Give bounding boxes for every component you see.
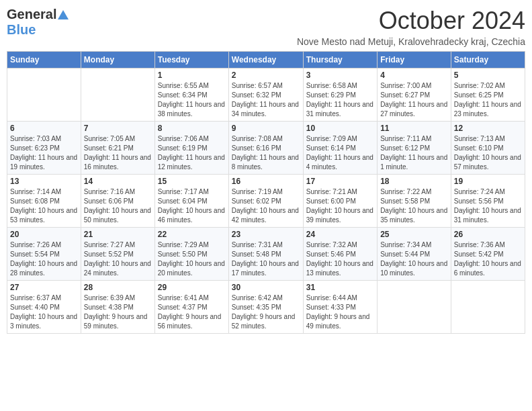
day-info: Sunrise: 6:44 AMSunset: 4:33 PMDaylight:…	[306, 293, 374, 331]
calendar-cell: 7Sunrise: 7:05 AMSunset: 6:21 PMDaylight…	[81, 122, 154, 175]
calendar-header: SundayMondayTuesdayWednesdayThursdayFrid…	[7, 52, 525, 68]
day-info: Sunrise: 6:41 AMSunset: 4:37 PMDaylight:…	[158, 293, 226, 331]
calendar-cell: 26Sunrise: 7:36 AMSunset: 5:42 PMDayligh…	[451, 228, 525, 281]
day-number: 6	[10, 124, 78, 133]
calendar-cell: 30Sunrise: 6:42 AMSunset: 4:35 PMDayligh…	[228, 281, 303, 334]
calendar-cell	[7, 68, 81, 122]
day-info: Sunrise: 7:08 AMSunset: 6:16 PMDaylight:…	[232, 134, 300, 172]
day-number: 29	[158, 283, 226, 292]
calendar-cell: 1Sunrise: 6:55 AMSunset: 6:34 PMDaylight…	[154, 68, 228, 122]
day-of-week-header: Wednesday	[228, 52, 303, 68]
calendar-cell: 14Sunrise: 7:16 AMSunset: 6:06 PMDayligh…	[81, 175, 154, 228]
day-info: Sunrise: 6:42 AMSunset: 4:35 PMDaylight:…	[232, 293, 300, 331]
calendar-week-row: 1Sunrise: 6:55 AMSunset: 6:34 PMDaylight…	[7, 68, 525, 122]
day-info: Sunrise: 7:31 AMSunset: 5:48 PMDaylight:…	[232, 240, 300, 278]
page-header: General Blue October 2024 Nove Mesto nad…	[7, 7, 525, 47]
day-number: 13	[10, 177, 78, 186]
day-info: Sunrise: 7:17 AMSunset: 6:04 PMDaylight:…	[158, 187, 226, 225]
day-number: 1	[158, 71, 226, 80]
day-info: Sunrise: 7:14 AMSunset: 6:08 PMDaylight:…	[10, 187, 78, 225]
day-info: Sunrise: 7:00 AMSunset: 6:27 PMDaylight:…	[380, 81, 448, 119]
month-title: October 2024	[297, 7, 525, 35]
day-info: Sunrise: 7:03 AMSunset: 6:23 PMDaylight:…	[10, 134, 78, 172]
calendar-cell: 25Sunrise: 7:34 AMSunset: 5:44 PMDayligh…	[378, 228, 451, 281]
calendar-table: SundayMondayTuesdayWednesdayThursdayFrid…	[7, 51, 525, 334]
calendar-cell: 24Sunrise: 7:32 AMSunset: 5:46 PMDayligh…	[303, 228, 377, 281]
day-info: Sunrise: 7:36 AMSunset: 5:42 PMDaylight:…	[454, 240, 522, 278]
day-info: Sunrise: 6:57 AMSunset: 6:32 PMDaylight:…	[232, 81, 300, 119]
calendar-week-row: 6Sunrise: 7:03 AMSunset: 6:23 PMDaylight…	[7, 122, 525, 175]
calendar-cell: 2Sunrise: 6:57 AMSunset: 6:32 PMDaylight…	[228, 68, 303, 122]
calendar-cell: 15Sunrise: 7:17 AMSunset: 6:04 PMDayligh…	[154, 175, 228, 228]
calendar-cell: 4Sunrise: 7:00 AMSunset: 6:27 PMDaylight…	[378, 68, 451, 122]
day-number: 27	[10, 283, 78, 292]
calendar-cell: 10Sunrise: 7:09 AMSunset: 6:14 PMDayligh…	[303, 122, 377, 175]
calendar-cell: 6Sunrise: 7:03 AMSunset: 6:23 PMDaylight…	[7, 122, 81, 175]
day-info: Sunrise: 7:06 AMSunset: 6:19 PMDaylight:…	[158, 134, 226, 172]
calendar-cell: 22Sunrise: 7:29 AMSunset: 5:50 PMDayligh…	[154, 228, 228, 281]
day-number: 24	[306, 230, 374, 239]
calendar-cell: 27Sunrise: 6:37 AMSunset: 4:40 PMDayligh…	[7, 281, 81, 334]
logo-triangle-icon	[58, 10, 69, 19]
calendar-cell: 11Sunrise: 7:11 AMSunset: 6:12 PMDayligh…	[378, 122, 451, 175]
day-info: Sunrise: 6:37 AMSunset: 4:40 PMDaylight:…	[10, 293, 78, 331]
day-info: Sunrise: 7:32 AMSunset: 5:46 PMDaylight:…	[306, 240, 374, 278]
day-info: Sunrise: 7:05 AMSunset: 6:21 PMDaylight:…	[84, 134, 152, 172]
day-info: Sunrise: 7:09 AMSunset: 6:14 PMDaylight:…	[306, 134, 374, 172]
calendar-body: 1Sunrise: 6:55 AMSunset: 6:34 PMDaylight…	[7, 68, 525, 334]
day-info: Sunrise: 7:26 AMSunset: 5:54 PMDaylight:…	[10, 240, 78, 278]
calendar-cell: 21Sunrise: 7:27 AMSunset: 5:52 PMDayligh…	[81, 228, 154, 281]
day-number: 30	[232, 283, 300, 292]
day-info: Sunrise: 7:24 AMSunset: 5:56 PMDaylight:…	[454, 187, 522, 225]
day-number: 17	[306, 177, 374, 186]
day-number: 7	[84, 124, 152, 133]
day-number: 8	[158, 124, 226, 133]
day-number: 31	[306, 283, 374, 292]
day-number: 18	[380, 177, 448, 186]
logo-general-text: General	[7, 7, 56, 22]
calendar-week-row: 20Sunrise: 7:26 AMSunset: 5:54 PMDayligh…	[7, 228, 525, 281]
day-number: 5	[454, 71, 522, 80]
logo: General Blue	[7, 7, 69, 38]
day-number: 3	[306, 71, 374, 80]
day-of-week-header: Thursday	[303, 52, 377, 68]
calendar-cell: 16Sunrise: 7:19 AMSunset: 6:02 PMDayligh…	[228, 175, 303, 228]
title-block: October 2024 Nove Mesto nad Metuji, Kral…	[297, 7, 525, 47]
day-number: 23	[232, 230, 300, 239]
day-info: Sunrise: 6:39 AMSunset: 4:38 PMDaylight:…	[84, 293, 152, 331]
calendar-cell	[81, 68, 154, 122]
day-info: Sunrise: 7:34 AMSunset: 5:44 PMDaylight:…	[380, 240, 448, 278]
day-number: 16	[232, 177, 300, 186]
day-number: 28	[84, 283, 152, 292]
day-info: Sunrise: 7:27 AMSunset: 5:52 PMDaylight:…	[84, 240, 152, 278]
day-info: Sunrise: 7:16 AMSunset: 6:06 PMDaylight:…	[84, 187, 152, 225]
day-of-week-header: Friday	[378, 52, 451, 68]
day-of-week-header: Monday	[81, 52, 154, 68]
calendar-week-row: 27Sunrise: 6:37 AMSunset: 4:40 PMDayligh…	[7, 281, 525, 334]
calendar-cell: 20Sunrise: 7:26 AMSunset: 5:54 PMDayligh…	[7, 228, 81, 281]
day-info: Sunrise: 7:29 AMSunset: 5:50 PMDaylight:…	[158, 240, 226, 278]
calendar-cell: 19Sunrise: 7:24 AMSunset: 5:56 PMDayligh…	[451, 175, 525, 228]
day-number: 10	[306, 124, 374, 133]
calendar-cell: 5Sunrise: 7:02 AMSunset: 6:25 PMDaylight…	[451, 68, 525, 122]
day-of-week-header: Sunday	[7, 52, 81, 68]
calendar-cell: 13Sunrise: 7:14 AMSunset: 6:08 PMDayligh…	[7, 175, 81, 228]
day-info: Sunrise: 7:21 AMSunset: 6:00 PMDaylight:…	[306, 187, 374, 225]
calendar-cell: 31Sunrise: 6:44 AMSunset: 4:33 PMDayligh…	[303, 281, 377, 334]
day-of-week-header: Saturday	[451, 52, 525, 68]
day-number: 25	[380, 230, 448, 239]
day-number: 2	[232, 71, 300, 80]
calendar-cell: 9Sunrise: 7:08 AMSunset: 6:16 PMDaylight…	[228, 122, 303, 175]
days-of-week-row: SundayMondayTuesdayWednesdayThursdayFrid…	[7, 52, 525, 68]
calendar-cell: 3Sunrise: 6:58 AMSunset: 6:29 PMDaylight…	[303, 68, 377, 122]
calendar-cell: 8Sunrise: 7:06 AMSunset: 6:19 PMDaylight…	[154, 122, 228, 175]
day-info: Sunrise: 6:55 AMSunset: 6:34 PMDaylight:…	[158, 81, 226, 119]
day-info: Sunrise: 7:22 AMSunset: 5:58 PMDaylight:…	[380, 187, 448, 225]
calendar-week-row: 13Sunrise: 7:14 AMSunset: 6:08 PMDayligh…	[7, 175, 525, 228]
calendar-cell: 23Sunrise: 7:31 AMSunset: 5:48 PMDayligh…	[228, 228, 303, 281]
day-number: 21	[84, 230, 152, 239]
day-number: 12	[454, 124, 522, 133]
day-number: 9	[232, 124, 300, 133]
day-number: 4	[380, 71, 448, 80]
day-number: 20	[10, 230, 78, 239]
